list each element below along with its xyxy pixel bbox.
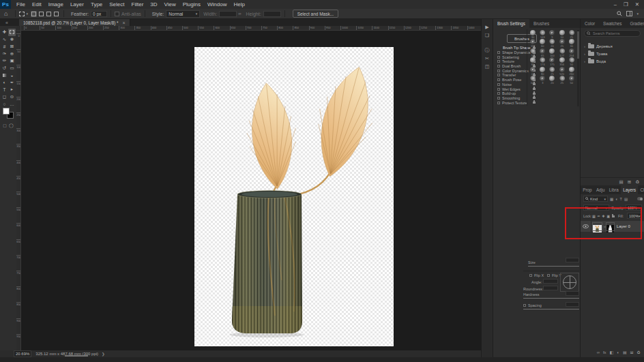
anti-alias-checkbox[interactable] [115, 12, 119, 16]
checkbox[interactable] [497, 51, 500, 54]
checkbox[interactable] [497, 78, 500, 81]
horizontal-scrollbar-thumb[interactable] [65, 355, 88, 357]
brush-preset[interactable]: 127 [557, 48, 567, 57]
add-layer-mask-icon[interactable]: ◧ [610, 350, 614, 355]
tab-libra[interactable]: Libra [607, 185, 621, 194]
tab-color[interactable]: Color [581, 19, 599, 28]
brush-preset[interactable]: 25 [557, 39, 567, 48]
angle-roundness-control[interactable] [560, 273, 579, 292]
crop-tool[interactable]: # [1, 43, 8, 50]
spacing-checkbox[interactable] [523, 304, 526, 307]
brush-preset[interactable]: 25 [557, 76, 567, 85]
tab-brushes[interactable]: Brushes [529, 19, 553, 28]
ruler-origin[interactable] [16, 26, 21, 31]
size-value-box[interactable] [566, 258, 579, 262]
brush-preset[interactable]: 50 [528, 48, 538, 57]
document-canvas[interactable] [194, 47, 394, 346]
subtract-from-selection-mode[interactable] [46, 11, 52, 17]
tool-preset-picker[interactable]: ▾ [19, 12, 28, 16]
menu-filter[interactable]: Filter [128, 0, 147, 9]
eraser-tool[interactable]: ▭ [8, 65, 16, 72]
brush-preset[interactable]: 24 [528, 67, 538, 76]
delete-layer-icon[interactable]: ♻ [637, 350, 641, 355]
filter-toggle[interactable] [637, 197, 643, 200]
move-tool[interactable]: ✚ [1, 29, 8, 36]
flip-x-checkbox[interactable] [529, 274, 532, 277]
flip-y-checkbox[interactable] [547, 274, 550, 277]
tool-presets-panel-icon[interactable]: ✂ [485, 55, 489, 63]
checkbox[interactable] [497, 92, 500, 95]
height-input[interactable] [263, 11, 281, 17]
eyedropper-tool[interactable]: ✑ [1, 50, 8, 58]
horizontal-ruler[interactable]: 0501001502002503003504004505005506006507… [21, 26, 481, 31]
status-flyout-icon[interactable]: ❯ [102, 352, 105, 356]
dodge-tool[interactable]: ◐ [1, 79, 8, 87]
brush-tool[interactable]: ✏ [1, 57, 8, 65]
intersect-selection-mode[interactable] [53, 11, 59, 17]
brush-preset[interactable]: 260 [567, 67, 576, 76]
checkbox[interactable] [497, 56, 500, 59]
shape-tool[interactable]: ◻ [1, 93, 8, 101]
history-brush-tool[interactable]: ↺ [1, 65, 8, 72]
brush-preset[interactable]: 25 [547, 67, 557, 76]
marquee-tool[interactable] [8, 29, 16, 36]
tab-swatches[interactable]: Swatches [599, 19, 626, 28]
brush-preset[interactable]: 65 [538, 48, 547, 57]
brush-preset[interactable]: 175 [547, 57, 557, 66]
restore-button[interactable]: ❐ [624, 1, 628, 7]
select-and-mask-button[interactable]: Select and Mask... [293, 10, 338, 18]
document-tab[interactable]: 10852118.psd @ 20.7% (Layer 0, Layer Mas… [19, 19, 130, 26]
brush-option-protect-texture[interactable]: Protect Texture [497, 100, 537, 105]
link-layers-icon[interactable]: ∞ [597, 350, 600, 355]
menu-edit[interactable]: Edit [29, 0, 45, 9]
checkbox[interactable] [497, 102, 500, 104]
history-panel-icon[interactable]: ⓘ [485, 46, 490, 55]
checkbox[interactable] [497, 70, 500, 72]
type-tool[interactable]: T [1, 86, 8, 93]
tab-layers[interactable]: Layers [621, 185, 638, 194]
checkbox[interactable] [497, 65, 500, 67]
tab-brush-settings[interactable]: Brush Settings [493, 19, 529, 28]
actions-panel-icon[interactable]: ▶ [485, 23, 488, 31]
filter-type-icon-0[interactable]: ▦ [610, 197, 613, 201]
new-group-icon[interactable]: ▤ [619, 179, 624, 185]
edit-toolbar[interactable]: … [8, 100, 16, 108]
new-pattern-icon[interactable]: ⊞ [628, 179, 631, 185]
lasso-tool[interactable]: ∿ [1, 36, 8, 44]
minimize-button[interactable]: – [614, 1, 617, 7]
layer-filter-kind[interactable]: Kind ▾ [583, 196, 608, 202]
screen-mode-icon[interactable]: ◯ [9, 123, 14, 127]
brush-option-build-up[interactable]: Build-up [497, 91, 537, 96]
brush-preset[interactable]: 25 [567, 30, 576, 39]
brush-preset[interactable]: 10 [557, 30, 567, 39]
tab-prop[interactable]: Prop [581, 185, 594, 194]
brush-preset[interactable]: 80 [538, 67, 547, 76]
pattern-search-input[interactable] [591, 31, 638, 36]
spacing-value-box[interactable] [566, 302, 579, 307]
libraries-panel-icon[interactable]: ◫ [485, 63, 490, 71]
pen-tool[interactable]: ✒ [8, 79, 16, 87]
add-to-selection-mode[interactable] [38, 11, 44, 17]
brush-option-wet-edges[interactable]: Wet Edges [497, 87, 537, 91]
pattern-search[interactable] [584, 30, 641, 37]
path-selection-tool[interactable]: ▸ [8, 86, 16, 93]
menu-help[interactable]: Help [230, 0, 248, 9]
brush-preset[interactable]: 60 [538, 39, 547, 48]
checkbox[interactable] [497, 74, 500, 76]
brush-preset[interactable]: 105 [528, 76, 538, 85]
brush-preset[interactable]: 20 [547, 76, 557, 85]
tab-gradients[interactable]: Gradients [626, 19, 644, 28]
workspace-switcher-icon[interactable] [626, 11, 632, 16]
home-icon[interactable]: ⌂ [4, 10, 8, 17]
zoom-tool[interactable]: ○ [1, 100, 8, 108]
brush-option-smoothing[interactable]: Smoothing [497, 96, 537, 101]
new-selection-mode[interactable] [31, 11, 37, 17]
brush-preset[interactable]: 100 [547, 48, 557, 57]
collapse-tabs-icon[interactable]: « [5, 20, 8, 25]
brush-preset[interactable]: 3 [538, 76, 547, 85]
menu-type[interactable]: Type [87, 0, 106, 9]
new-group-icon[interactable]: ▤ [623, 350, 627, 355]
size-slider[interactable] [528, 266, 579, 267]
vertical-ruler[interactable]: 0501001502002503003504004505005506006507… [16, 31, 21, 350]
tab-chan[interactable]: Chan [638, 185, 644, 194]
